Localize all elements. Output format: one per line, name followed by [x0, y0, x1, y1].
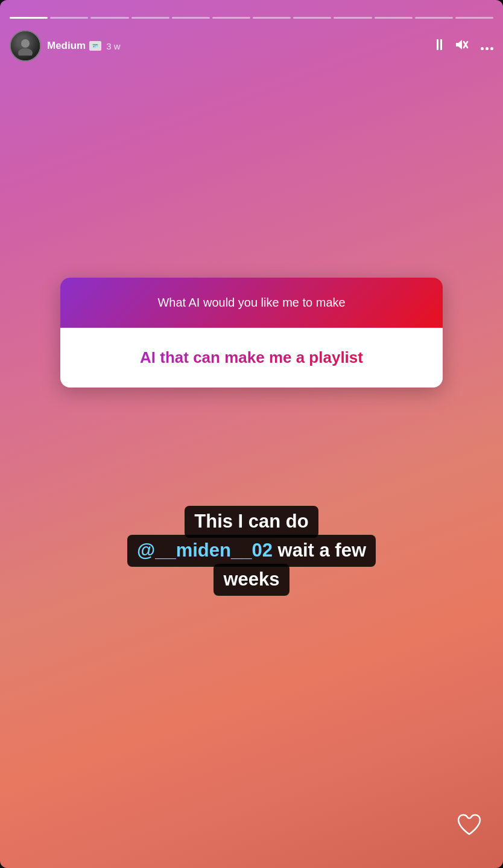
progress-bar-3	[90, 17, 128, 19]
header-right	[437, 39, 493, 54]
poll-header: What AI would you like me to make	[60, 278, 443, 328]
response-mention: @__miden__02	[137, 540, 273, 561]
progress-bar-9	[334, 17, 372, 19]
heart-button[interactable]	[455, 810, 484, 841]
progress-bar-6	[212, 17, 250, 19]
time-ago: 3 w	[106, 41, 120, 51]
progress-bar-5	[172, 17, 210, 19]
svg-point-1	[18, 48, 33, 56]
dot-1	[481, 47, 484, 50]
progress-bar-12	[455, 17, 493, 19]
dot-2	[486, 47, 489, 50]
verified-badge: 🪪	[89, 41, 101, 51]
response-line3: weeks	[223, 569, 279, 590]
response-line1: This I can do	[194, 511, 308, 532]
progress-bar-2	[50, 17, 88, 19]
progress-bar-8	[293, 17, 331, 19]
poll-card: What AI would you like me to make AI tha…	[60, 278, 443, 388]
story-container: Medium 🪪 3 w	[0, 0, 503, 868]
poll-answer-text: AI that can make me a playlist	[75, 347, 428, 368]
pause-button[interactable]	[437, 39, 442, 53]
progress-bar-4	[131, 17, 169, 19]
header-left: Medium 🪪 3 w	[10, 30, 121, 62]
pause-icon	[437, 39, 442, 50]
pause-bar-left	[437, 39, 438, 50]
poll-answer: AI that can make me a playlist	[60, 328, 443, 388]
more-icon	[481, 47, 493, 50]
dot-3	[490, 47, 493, 50]
progress-bar-10	[375, 17, 413, 19]
progress-bars	[10, 17, 493, 19]
response-line2: wait a few	[273, 540, 366, 561]
header-name: Medium 🪪 3 w	[47, 40, 121, 52]
avatar[interactable]	[10, 30, 41, 62]
poll-question: What AI would you like me to make	[75, 295, 428, 311]
heart-icon	[455, 810, 484, 839]
username: Medium	[47, 40, 86, 52]
avatar-image	[11, 31, 40, 60]
mute-icon	[454, 39, 469, 51]
progress-bar-11	[415, 17, 453, 19]
response-container: This I can do @__miden__02 wait a few we…	[48, 507, 455, 594]
svg-point-0	[21, 39, 30, 48]
pause-bar-right	[440, 39, 442, 50]
story-header: Medium 🪪 3 w	[10, 30, 493, 62]
more-button[interactable]	[481, 39, 493, 53]
progress-bar-1	[10, 17, 48, 19]
progress-bar-7	[253, 17, 291, 19]
mute-button[interactable]	[454, 39, 469, 54]
